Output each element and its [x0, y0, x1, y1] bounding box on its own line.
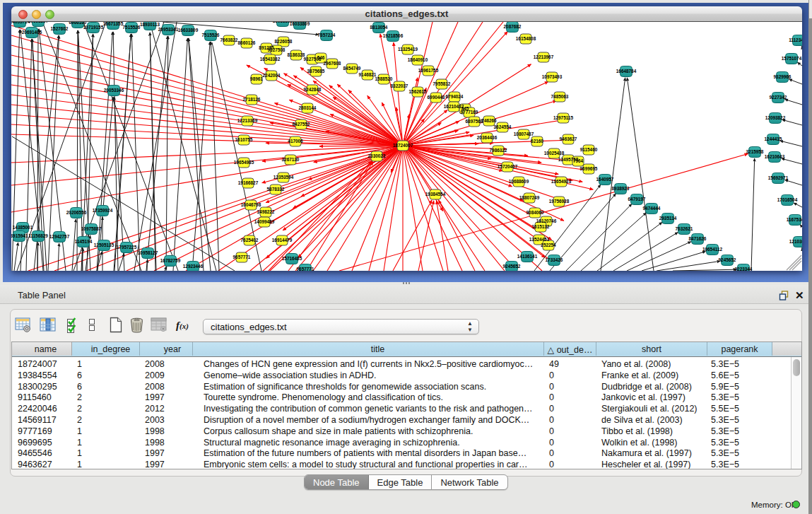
svg-text:2935114: 2935114: [659, 216, 677, 221]
svg-text:252254: 252254: [541, 243, 556, 247]
svg-text:7632621: 7632621: [676, 226, 693, 231]
svg-text:17359924: 17359924: [93, 208, 113, 213]
svg-text:2087682: 2087682: [504, 24, 522, 29]
svg-text:3267130: 3267130: [282, 157, 300, 162]
svg-text:9245652: 9245652: [503, 264, 521, 269]
svg-text:7857224: 7857224: [318, 33, 336, 37]
svg-text:19756928: 19756928: [549, 199, 570, 204]
svg-text:98961: 98961: [250, 76, 263, 81]
svg-text:12213369: 12213369: [237, 118, 258, 123]
svg-text:19384554: 19384554: [425, 192, 446, 197]
svg-text:8427552: 8427552: [293, 122, 310, 127]
svg-text:1615132: 1615132: [532, 224, 550, 229]
svg-text:16782759: 16782759: [160, 258, 181, 263]
svg-text:16671355: 16671355: [103, 22, 124, 26]
svg-text:1244415: 1244415: [765, 136, 782, 141]
svg-text:16046798: 16046798: [241, 202, 261, 207]
svg-text:16648784: 16648784: [616, 69, 637, 74]
svg-text:1145194: 1145194: [75, 239, 93, 244]
svg-text:14136141: 14136141: [517, 254, 538, 259]
svg-text:16154808: 16154808: [516, 36, 536, 41]
svg-text:10975887: 10975887: [81, 226, 102, 231]
svg-text:1498222: 1498222: [257, 209, 275, 214]
svg-text:1167534: 1167534: [787, 217, 802, 222]
svg-text:7515526: 7515526: [202, 33, 220, 37]
svg-text:6794024: 6794024: [446, 94, 464, 99]
svg-text:20053346: 20053346: [104, 88, 124, 93]
svg-text:10973493: 10973493: [542, 74, 563, 79]
svg-text:2718126: 2718126: [243, 97, 261, 102]
svg-text:9115460: 9115460: [580, 147, 598, 152]
svg-text:7485063: 7485063: [551, 94, 569, 99]
svg-text:20206556: 20206556: [66, 210, 87, 215]
svg-text:12103654: 12103654: [789, 239, 802, 244]
svg-text:12975115: 12975115: [553, 115, 574, 120]
svg-text:8471626: 8471626: [689, 236, 707, 241]
svg-text:13524451: 13524451: [529, 237, 550, 242]
svg-text:9084060: 9084060: [526, 210, 544, 215]
svg-text:746266: 746266: [481, 118, 497, 123]
svg-text:8186328: 8186328: [288, 52, 305, 57]
svg-text:14385001: 14385001: [13, 225, 33, 230]
svg-text:18724007: 18724007: [393, 143, 413, 148]
svg-text:8660126: 8660126: [238, 40, 256, 45]
svg-text:2330023: 2330023: [368, 153, 386, 158]
svg-text:1588520: 1588520: [375, 76, 393, 81]
svg-text:9146821: 9146821: [359, 72, 377, 77]
svg-text:9657771: 9657771: [233, 255, 251, 259]
svg-text:17016504: 17016504: [777, 197, 798, 202]
svg-text:6897568: 6897568: [466, 119, 483, 124]
svg-text:9463627: 9463627: [560, 136, 577, 141]
svg-text:10719155: 10719155: [83, 25, 104, 30]
svg-text:11156829: 11156829: [28, 233, 48, 238]
svg-text:3624554: 3624554: [494, 124, 512, 129]
svg-text:10958127: 10958127: [138, 250, 158, 255]
svg-text:10807487: 10807487: [514, 132, 534, 136]
svg-text:12942757: 12942757: [49, 234, 70, 239]
svg-text:20364436: 20364436: [477, 135, 498, 140]
svg-text:9657771: 9657771: [297, 267, 314, 271]
svg-text:3915941: 3915941: [11, 233, 28, 238]
svg-text:9223344: 9223344: [735, 267, 753, 271]
svg-text:12093822: 12093822: [765, 115, 786, 120]
svg-text:7515526: 7515526: [123, 25, 141, 30]
svg-text:16543382: 16543382: [260, 57, 281, 62]
svg-text:9474444: 9474444: [643, 206, 661, 211]
svg-text:7955812: 7955812: [433, 81, 451, 86]
svg-text:15751074: 15751074: [782, 56, 802, 61]
svg-text:2242004: 2242004: [263, 73, 281, 78]
svg-text:20953341: 20953341: [158, 27, 179, 32]
svg-text:9777169: 9777169: [461, 110, 478, 115]
svg-text:18640910: 18640910: [408, 57, 428, 62]
svg-text:12353594: 12353594: [273, 175, 294, 180]
svg-text:6479197: 6479197: [628, 197, 646, 201]
svg-text:19654985: 19654985: [234, 160, 254, 165]
svg-text:8938923: 8938923: [612, 186, 630, 191]
svg-text:14055714: 14055714: [11, 22, 30, 24]
svg-text:3215958: 3215958: [746, 149, 764, 154]
svg-text:2967608: 2967608: [324, 61, 341, 66]
svg-text:62160: 62160: [531, 139, 543, 144]
svg-text:417006: 417006: [288, 139, 303, 144]
svg-text:8322037: 8322037: [391, 83, 408, 88]
svg-text:16120746: 16120746: [536, 218, 557, 223]
svg-text:1610755: 1610755: [235, 137, 253, 142]
svg-text:8454749: 8454749: [343, 66, 361, 71]
svg-text:9699695: 9699695: [580, 166, 598, 171]
svg-text:7663822: 7663822: [220, 37, 238, 42]
svg-text:19166827: 19166827: [238, 180, 259, 185]
svg-text:16914479: 16914479: [272, 238, 293, 243]
svg-text:7625402: 7625402: [241, 238, 259, 243]
svg-text:16210643: 16210643: [765, 154, 785, 159]
svg-text:1562615: 1562615: [409, 89, 427, 94]
svg-text:15692971: 15692971: [768, 175, 789, 180]
svg-text:9227342: 9227342: [770, 95, 787, 100]
svg-text:18930113: 18930113: [140, 22, 160, 27]
svg-text:1527602: 1527602: [51, 26, 69, 31]
svg-text:18807249: 18807249: [519, 195, 540, 200]
svg-text:10654112: 10654112: [702, 247, 723, 252]
svg-text:8226058: 8226058: [275, 39, 293, 44]
svg-text:7964: 7964: [573, 158, 584, 163]
svg-text:19218506: 19218506: [383, 33, 404, 38]
svg-text:16033809: 16033809: [290, 22, 310, 26]
